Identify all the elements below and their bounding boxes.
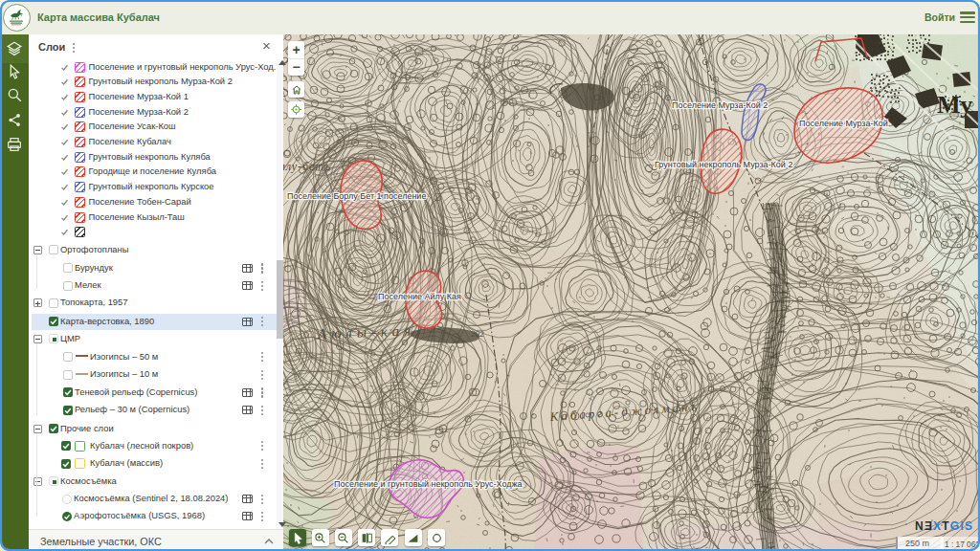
svg-text:Му: Му	[937, 91, 972, 119]
svg-text:Поселение Мурза-Кой: Поселение Мурза-Кой	[799, 119, 888, 128]
svg-text:Поселение Айлу Кая: Поселение Айлу Кая	[378, 292, 461, 301]
svg-text:Поселение Борлу Бет 1 поселени: Поселение Борлу Бет 1 поселение	[287, 191, 426, 201]
svg-text:Поселение Мурза-Кой 2: Поселение Мурза-Кой 2	[672, 100, 768, 110]
svg-text:Поселение и грунтовый некропол: Поселение и грунтовый некрополь Урус-Ход…	[334, 479, 523, 489]
svg-text:млу-бетъ: млу-бетъ	[283, 160, 331, 173]
svg-text:292: 292	[471, 329, 484, 339]
svg-text:Грунтовый некрополь Мурза-Кой: Грунтовый некрополь Мурза-Кой 2	[655, 160, 792, 169]
